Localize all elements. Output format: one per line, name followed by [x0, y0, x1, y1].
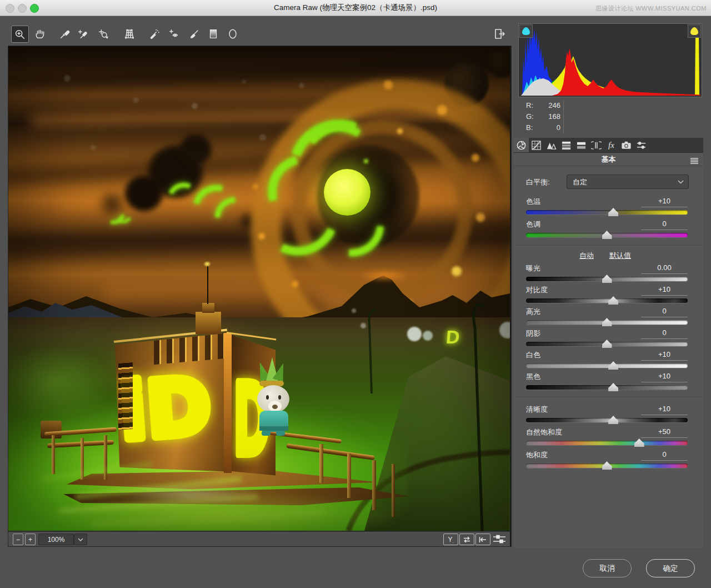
contrast-label: 对比度	[526, 285, 548, 295]
tab-effects[interactable]: fx	[604, 138, 619, 152]
antenna	[207, 266, 208, 304]
zoom-out-button[interactable]: −	[13, 534, 23, 545]
cube-tower	[196, 312, 221, 334]
cartoon-character	[253, 357, 297, 441]
targeted-adjustment-tool-button[interactable]	[95, 26, 112, 42]
whites-slider[interactable]	[526, 363, 688, 368]
shadows-value[interactable]: 0	[641, 328, 688, 339]
slider-thumb[interactable]	[608, 208, 618, 216]
panel-title: 基本	[514, 155, 703, 165]
ok-button[interactable]: 确定	[646, 559, 695, 577]
tab-detail[interactable]	[544, 138, 559, 152]
sliders-icon	[493, 534, 506, 544]
slider-row-shadows: 阴影 0	[526, 328, 688, 350]
white-balance-value: 自定	[573, 177, 587, 187]
cube-corner-edge	[224, 333, 232, 473]
before-after-view-button[interactable]: Y.	[443, 534, 458, 545]
exposure-value[interactable]: 0.00	[641, 263, 688, 274]
antenna-light	[204, 262, 211, 266]
shadows-slider[interactable]	[526, 342, 688, 346]
swap-arrows-icon	[463, 536, 471, 543]
saturation-value[interactable]: 0	[641, 450, 688, 461]
slider-thumb[interactable]	[608, 416, 618, 424]
hand-tool-button[interactable]	[32, 26, 48, 42]
image-preview[interactable]: D iD	[8, 46, 510, 531]
highlight-clipping-toggle[interactable]	[688, 24, 701, 38]
slider-row-clarity: 清晰度 +10	[526, 405, 688, 426]
slider-thumb[interactable]	[602, 340, 612, 348]
tint-slider[interactable]	[526, 233, 688, 237]
white-balance-label: 白平衡:	[526, 177, 550, 187]
tab-tone-curve[interactable]	[529, 138, 544, 152]
swap-settings-button[interactable]	[459, 534, 474, 545]
slider-thumb[interactable]	[608, 361, 618, 370]
r-value: 246	[548, 101, 560, 109]
zoom-level-field[interactable]: 100%	[38, 534, 74, 545]
contrast-value[interactable]: +10	[641, 285, 688, 296]
blacks-slider[interactable]	[526, 385, 688, 390]
tab-presets[interactable]	[634, 138, 649, 152]
tab-split-toning[interactable]	[574, 138, 589, 152]
zoom-level-dropdown[interactable]	[74, 534, 87, 545]
highlights-value[interactable]: 0	[641, 307, 688, 317]
slider-thumb[interactable]	[608, 383, 618, 391]
slider-thumb[interactable]	[602, 318, 612, 326]
tab-lens-corrections[interactable]	[589, 138, 604, 152]
color-sampler-tool-button[interactable]	[74, 26, 91, 42]
zoom-in-button[interactable]: +	[25, 534, 36, 545]
contrast-slider[interactable]	[526, 298, 688, 303]
spot-removal-tool-button[interactable]	[146, 26, 163, 42]
auto-link[interactable]: 自动	[579, 251, 594, 261]
slider-thumb[interactable]	[608, 296, 618, 305]
shadows-label: 阴影	[526, 328, 540, 338]
tab-camera-calibration[interactable]	[619, 138, 634, 152]
cancel-button[interactable]: 取消	[583, 559, 632, 577]
fullscreen-toggle-button[interactable]	[491, 26, 508, 42]
b-label: B:	[526, 123, 533, 132]
highlights-label: 高光	[526, 307, 540, 317]
saturation-label: 饱和度	[526, 450, 548, 460]
vibrance-slider[interactable]	[526, 441, 688, 445]
tint-value[interactable]: 0	[641, 220, 688, 230]
transform-tool-button[interactable]	[121, 26, 138, 42]
white-balance-dropdown[interactable]: 自定	[567, 175, 689, 189]
panel-menu-button[interactable]	[690, 156, 699, 166]
whites-value[interactable]: +10	[641, 350, 688, 361]
g-label: G:	[526, 112, 534, 121]
slider-thumb[interactable]	[602, 461, 612, 470]
hamburger-icon	[690, 158, 699, 164]
eyedropper-icon	[59, 28, 71, 40]
temperature-label: 色温	[526, 197, 540, 207]
vibrance-value[interactable]: +50	[641, 427, 688, 438]
temperature-slider[interactable]	[526, 210, 688, 215]
temperature-value[interactable]: +10	[641, 197, 688, 207]
b-value: 0	[557, 123, 560, 132]
workflow-options-button[interactable]	[493, 534, 506, 546]
saturation-slider[interactable]	[526, 464, 688, 468]
vibrance-label: 自然饱和度	[526, 427, 562, 437]
highlights-slider[interactable]	[526, 320, 688, 325]
slider-row-vibrance: 自然饱和度 +50	[526, 427, 688, 449]
red-eye-tool-button[interactable]	[166, 26, 182, 42]
exposure-slider[interactable]	[526, 277, 688, 281]
adjustment-brush-tool-button[interactable]	[186, 26, 203, 42]
blacks-value[interactable]: +10	[641, 372, 688, 382]
slider-row-highlights: 高光 0	[526, 307, 688, 328]
radial-filter-tool-button[interactable]	[224, 26, 241, 42]
shadow-clipping-toggle[interactable]	[519, 24, 533, 38]
before-after-label: Y	[448, 536, 452, 544]
slider-thumb[interactable]	[634, 438, 644, 447]
white-balance-tool-button[interactable]	[57, 26, 73, 42]
defaults-link[interactable]: 默认值	[609, 251, 631, 261]
clarity-value[interactable]: +10	[641, 405, 688, 415]
whites-label: 白色	[526, 350, 540, 360]
sharpen-triangles-icon	[546, 140, 557, 151]
graduated-filter-tool-button[interactable]	[205, 26, 222, 42]
tab-basic[interactable]	[514, 138, 529, 152]
tab-hsl-grayscale[interactable]	[559, 138, 574, 152]
zoom-tool-button[interactable]	[11, 26, 29, 43]
copy-settings-button[interactable]	[475, 534, 490, 545]
slider-thumb[interactable]	[602, 231, 612, 239]
clarity-slider[interactable]	[526, 418, 688, 422]
slider-thumb[interactable]	[602, 275, 612, 283]
